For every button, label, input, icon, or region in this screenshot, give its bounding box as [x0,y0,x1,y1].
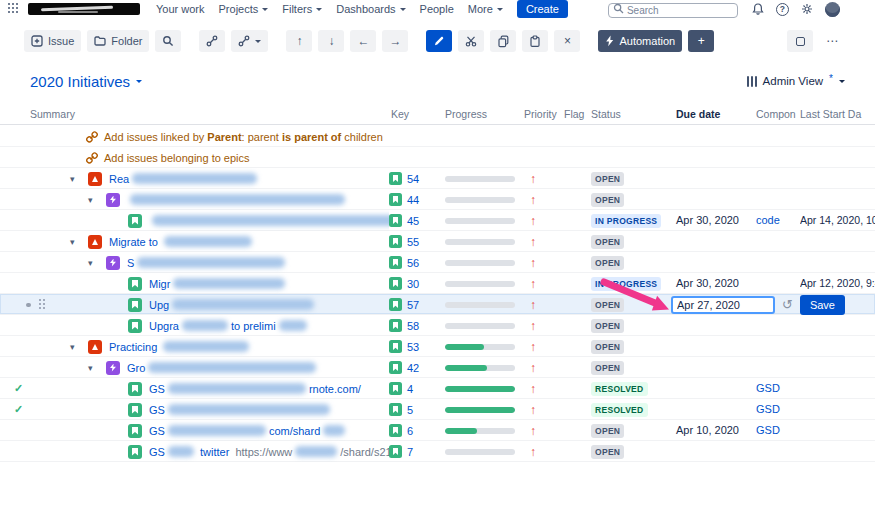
issue-key[interactable]: 55 [407,236,419,248]
column-header-key[interactable]: Key [391,108,409,120]
collapse-arrow-icon[interactable]: ▾ [88,258,106,268]
save-button[interactable]: Save [800,295,845,315]
nav-item-people[interactable]: People [420,3,454,15]
create-button[interactable]: Create [517,0,568,18]
column-header-last-start-da[interactable]: Last Start Da [800,108,861,120]
copy-button[interactable] [490,30,516,52]
remove-button[interactable]: × [554,30,580,52]
issue-row[interactable]: ▾Gro42↑OPEN [0,357,875,378]
summary-cell[interactable] [0,210,389,231]
issue-key[interactable]: 4 [407,383,413,395]
due-date-input[interactable] [671,296,775,314]
app-switcher-icon[interactable] [8,3,20,15]
due-date-cell[interactable]: Apr 30, 2020 [676,210,739,231]
add-generator-button[interactable]: + [688,30,714,52]
view-selector[interactable]: Admin View * [747,75,845,87]
summary-cell[interactable]: Add issues belonging to epics [0,147,389,168]
column-header-due-date[interactable]: Due date [676,108,720,120]
issue-key[interactable]: 6 [407,425,413,437]
summary-cell[interactable]: GS twitter https://www/shard/s214/n [0,441,389,462]
column-header-compon[interactable]: Compon [756,108,796,120]
summary-cell[interactable]: Upg [0,294,389,315]
move-up-button[interactable]: ↑ [286,30,312,52]
notifications-bell-icon[interactable] [752,3,764,16]
cut-button[interactable] [458,30,484,52]
issue-row[interactable]: ▾S56↑OPEN [0,252,875,273]
due-date-cell[interactable]: Apr 10, 2020 [676,420,739,441]
component-link[interactable]: GSD [756,399,780,420]
search-input[interactable] [608,3,738,18]
summary-cell[interactable]: GScom/shard [0,420,389,441]
link-issues-button[interactable] [199,30,225,52]
collapse-arrow-icon[interactable]: ▾ [88,363,106,373]
issue-row[interactable]: Upg57↑OPEN↺Save [0,294,875,315]
issue-key[interactable]: 7 [407,446,413,458]
issue-key[interactable]: 45 [407,215,419,227]
column-header-priority[interactable]: Priority [524,108,557,120]
generator-row[interactable]: Add issues belonging to epics [0,147,875,168]
settings-gear-icon[interactable] [801,3,813,15]
nav-item-your-work[interactable]: Your work [156,3,205,15]
summary-cell[interactable]: ▾Rea [0,168,389,189]
issue-row[interactable]: ▾Rea54↑OPEN [0,168,875,189]
edit-button[interactable] [426,30,452,52]
column-header-summary[interactable]: Summary [30,108,75,120]
more-options-button[interactable]: ⋯ [819,30,845,52]
issue-row[interactable]: ✓GSrnote.com/4↑RESOLVEDGSD [0,378,875,399]
structure-title[interactable]: 2020 Initiatives [30,73,142,90]
panels-button[interactable] [787,30,813,52]
user-avatar[interactable] [825,2,840,17]
summary-cell[interactable]: ▾ [0,189,389,210]
nav-item-filters[interactable]: Filters [282,3,322,15]
automation-button[interactable]: Automation [598,30,682,52]
nav-item-more[interactable]: More [468,3,503,15]
indent-button[interactable]: → [382,30,408,52]
issue-row[interactable]: Upgrato prelimi58↑OPEN [0,315,875,336]
component-link[interactable]: GSD [756,378,780,399]
summary-cell[interactable]: ▾Migrate to [0,231,389,252]
issue-key[interactable]: 58 [407,320,419,332]
site-logo[interactable] [28,3,140,15]
issue-row[interactable]: Migr30↑IN PROGRESSApr 30, 2020Apr 12, 20… [0,273,875,294]
due-date-cell[interactable]: Apr 30, 2020 [676,273,739,294]
collapse-arrow-icon[interactable]: ▾ [88,195,106,205]
column-header-progress[interactable]: Progress [445,108,487,120]
issue-key[interactable]: 56 [407,257,419,269]
add-folder-button[interactable]: Folder [87,30,149,52]
nav-item-projects[interactable]: Projects [219,3,269,15]
summary-cell[interactable]: Upgrato prelimi [0,315,389,336]
issue-row[interactable]: ✓GS5↑RESOLVEDGSD [0,399,875,420]
search-toggle-button[interactable] [155,30,181,52]
issue-key[interactable]: 57 [407,299,419,311]
outdent-button[interactable]: ← [350,30,376,52]
collapse-arrow-icon[interactable]: ▾ [70,237,88,247]
nav-item-dashboards[interactable]: Dashboards [336,3,405,15]
summary-cell[interactable]: ▾Practicing [0,336,389,357]
generator-row[interactable]: Add issues linked by Parent: parent is p… [0,126,875,147]
summary-cell[interactable]: GS [0,399,389,420]
column-header-status[interactable]: Status [591,108,621,120]
summary-cell[interactable]: GSrnote.com/ [0,378,389,399]
issue-row[interactable]: ▾44↑OPEN [0,189,875,210]
summary-cell[interactable]: Migr [0,273,389,294]
issue-key[interactable]: 42 [407,362,419,374]
issue-row[interactable]: 45↑IN PROGRESSApr 30, 2020codeApr 14, 20… [0,210,875,231]
issue-row[interactable]: GS twitter https://www/shard/s214/n7↑OPE… [0,441,875,462]
issue-row[interactable]: ▾Migrate to 55↑OPEN [0,231,875,252]
component-link[interactable]: code [756,210,780,231]
add-issue-button[interactable]: Issue [24,30,81,52]
issue-row[interactable]: GScom/shard6↑OPENApr 10, 2020GSD [0,420,875,441]
component-link[interactable]: GSD [756,420,780,441]
issue-key[interactable]: 54 [407,173,419,185]
issue-key[interactable]: 5 [407,404,413,416]
collapse-arrow-icon[interactable]: ▾ [70,342,88,352]
summary-cell[interactable]: Add issues linked by Parent: parent is p… [0,126,389,147]
help-icon[interactable]: ? [776,3,789,16]
issue-key[interactable]: 30 [407,278,419,290]
issue-key[interactable]: 44 [407,194,419,206]
issue-key[interactable]: 53 [407,341,419,353]
link-options-button[interactable] [231,30,268,52]
summary-cell[interactable]: ▾S [0,252,389,273]
collapse-arrow-icon[interactable]: ▾ [70,174,88,184]
undo-icon[interactable]: ↺ [782,298,793,311]
